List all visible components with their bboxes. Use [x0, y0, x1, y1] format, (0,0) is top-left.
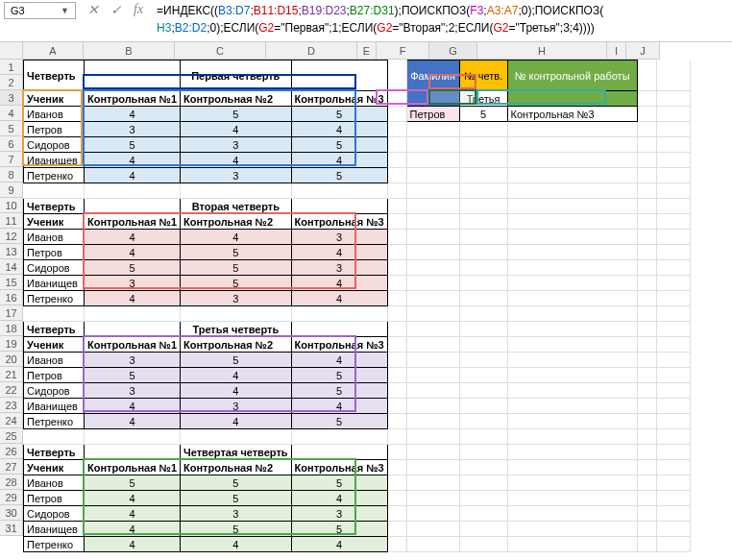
cell-E7[interactable] — [387, 168, 406, 183]
cell-F13[interactable] — [406, 260, 459, 276]
cell-E24[interactable] — [387, 429, 406, 445]
cell-C23[interactable]: 4 — [181, 414, 292, 429]
cell-E21[interactable] — [387, 383, 406, 399]
cell-A19[interactable]: Иванов — [24, 353, 85, 368]
cell-I31[interactable] — [637, 537, 656, 552]
cell-H17[interactable] — [507, 322, 637, 337]
cell-B6[interactable]: 4 — [85, 153, 181, 168]
cell-H16[interactable] — [507, 306, 637, 322]
cell-E1[interactable] — [387, 61, 406, 91]
cell-E27[interactable] — [387, 475, 406, 491]
cell-H25[interactable] — [507, 445, 637, 460]
cell-G21[interactable] — [459, 383, 507, 399]
column-header-E[interactable]: E — [357, 42, 377, 60]
cell-F26[interactable] — [406, 460, 459, 475]
cell-B3[interactable]: 4 — [85, 107, 181, 122]
cell-B22[interactable]: 4 — [85, 399, 181, 414]
row-header-2[interactable]: 2 — [0, 75, 23, 90]
cell-I3[interactable] — [637, 107, 656, 122]
cell-C7[interactable]: 3 — [181, 168, 292, 183]
cell-C24[interactable] — [181, 429, 292, 445]
cell-D31[interactable]: 4 — [291, 537, 387, 552]
cell-D30[interactable]: 5 — [291, 522, 387, 537]
cell-F25[interactable] — [406, 445, 459, 460]
cell-I23[interactable] — [637, 414, 656, 429]
cell-E10[interactable] — [387, 214, 406, 230]
cell-D16[interactable] — [291, 306, 387, 322]
cell-C8[interactable] — [181, 183, 292, 199]
cell-F23[interactable] — [406, 414, 459, 429]
cell-C27[interactable]: 5 — [181, 475, 292, 491]
cell-E18[interactable] — [387, 337, 406, 353]
cell-E13[interactable] — [387, 260, 406, 276]
cell-C6[interactable]: 4 — [181, 153, 292, 168]
cell-C31[interactable]: 4 — [181, 537, 292, 552]
cell-E16[interactable] — [387, 306, 406, 322]
cell-I22[interactable] — [637, 399, 656, 414]
cell-C2[interactable]: Контрольная №2 — [181, 91, 292, 107]
cell-D6[interactable]: 4 — [291, 153, 387, 168]
cell-J10[interactable] — [656, 214, 690, 230]
cell-H21[interactable] — [507, 383, 637, 399]
cell-D20[interactable]: 5 — [291, 368, 387, 383]
cell-I1[interactable] — [637, 61, 656, 91]
cell-E3[interactable] — [387, 107, 406, 122]
cell-J29[interactable] — [656, 506, 690, 522]
cell-J14[interactable] — [656, 276, 690, 291]
cell-G14[interactable] — [459, 276, 507, 291]
cell-F17[interactable] — [406, 322, 459, 337]
row-header-9[interactable]: 9 — [0, 183, 23, 198]
column-header-H[interactable]: H — [477, 42, 607, 60]
cell-H14[interactable] — [507, 276, 637, 291]
cell-B13[interactable]: 5 — [85, 260, 181, 276]
row-header-1[interactable]: 1 — [0, 60, 23, 75]
cell-J6[interactable] — [656, 153, 690, 168]
cell-E19[interactable] — [387, 353, 406, 368]
cell-D13[interactable]: 3 — [291, 260, 387, 276]
cell-C17[interactable]: Третья четверть — [181, 322, 292, 337]
row-header-30[interactable]: 30 — [0, 505, 23, 521]
cell-I21[interactable] — [637, 383, 656, 399]
cell-E31[interactable] — [387, 537, 406, 552]
cell-I4[interactable] — [637, 122, 656, 137]
cell-B1[interactable] — [85, 61, 181, 91]
cell-H7[interactable] — [507, 168, 637, 183]
cell-B7[interactable]: 4 — [85, 168, 181, 183]
row-header-10[interactable]: 10 — [0, 198, 23, 213]
cell-C4[interactable]: 4 — [181, 122, 292, 137]
row-header-31[interactable]: 31 — [0, 521, 23, 536]
column-header-D[interactable]: D — [266, 42, 357, 60]
row-header-11[interactable]: 11 — [0, 213, 23, 229]
cell-G31[interactable] — [459, 537, 507, 552]
cell-I13[interactable] — [637, 260, 656, 276]
cell-E30[interactable] — [387, 522, 406, 537]
cell-J26[interactable] — [656, 460, 690, 475]
cell-J19[interactable] — [656, 353, 690, 368]
row-header-28[interactable]: 28 — [0, 475, 23, 490]
cell-F31[interactable] — [406, 537, 459, 552]
cell-A27[interactable]: Иванов — [24, 475, 85, 491]
cell-J23[interactable] — [656, 414, 690, 429]
cell-G1[interactable]: № четв. — [459, 61, 507, 91]
cell-A8[interactable] — [24, 183, 85, 199]
cell-A5[interactable]: Сидоров — [24, 137, 85, 153]
cell-C29[interactable]: 3 — [181, 506, 292, 522]
column-header-F[interactable]: F — [377, 42, 429, 60]
cell-J13[interactable] — [656, 260, 690, 276]
row-header-6[interactable]: 6 — [0, 136, 23, 152]
cell-A11[interactable]: Иванов — [24, 230, 85, 245]
cell-G23[interactable] — [459, 414, 507, 429]
cell-G17[interactable] — [459, 322, 507, 337]
cell-G27[interactable] — [459, 475, 507, 491]
cell-A12[interactable]: Петров — [24, 245, 85, 260]
cell-I27[interactable] — [637, 475, 656, 491]
cell-B8[interactable] — [85, 183, 181, 199]
cell-E14[interactable] — [387, 276, 406, 291]
cell-G20[interactable] — [459, 368, 507, 383]
cell-C3[interactable]: 5 — [181, 107, 292, 122]
cell-I6[interactable] — [637, 153, 656, 168]
cell-I19[interactable] — [637, 353, 656, 368]
cell-J1[interactable] — [656, 61, 690, 91]
cell-H20[interactable] — [507, 368, 637, 383]
cell-B2[interactable]: Контрольная №1 — [85, 91, 181, 107]
